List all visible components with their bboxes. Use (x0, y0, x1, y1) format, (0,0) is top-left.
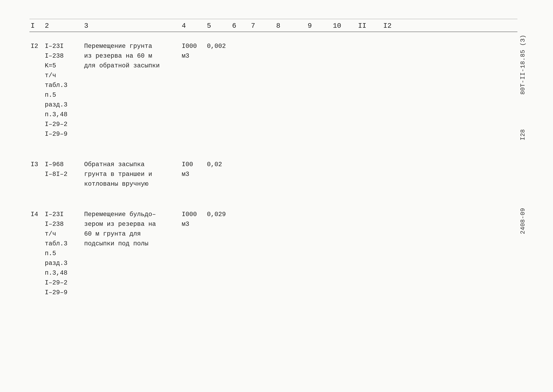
header-col-2: 2 (44, 22, 83, 30)
header-col-6: 6 (231, 22, 250, 30)
header-col-1: I (29, 22, 44, 30)
cell-row2-col0: I4 (29, 210, 44, 219)
cell-row1-col0: I3 (29, 160, 44, 169)
header-col-11: II (357, 22, 382, 30)
cell-row1-col2: Обратная засыпка грунта в траншеи и котл… (83, 160, 180, 189)
header-col-8: 8 (275, 22, 306, 30)
header-col-9: 9 (306, 22, 332, 30)
header-col-10: 10 (332, 22, 357, 30)
table-header: I 2 3 4 5 6 7 8 9 10 II I2 (29, 19, 518, 32)
table-row: I4I–23I I–238 т/ч табл.3 п.5 разд.3 п.3,… (29, 205, 518, 302)
page: I 2 3 4 5 6 7 8 9 10 II I2 I2I–23I I–238… (0, 0, 553, 392)
cell-row0-col3: I000 м3 (180, 42, 206, 61)
cell-row0-col4: 0,002 (206, 42, 231, 51)
side-label-top: 80Т-II-18.85 (З) (519, 35, 526, 95)
table-row: I2I–23I I–238 K=5 т/ч табл.3 п.5 разд.3 … (29, 37, 518, 144)
header-col-7: 7 (250, 22, 275, 30)
header-col-12: I2 (382, 22, 407, 30)
cell-row2-col2: Перемещение бульдо– зером из резерва на … (83, 210, 180, 249)
header-col-3: 3 (83, 22, 180, 30)
cell-row0-col1: I–23I I–238 K=5 т/ч табл.3 п.5 разд.3 п.… (44, 42, 83, 139)
cell-row1-col4: 0,02 (206, 160, 231, 169)
side-label-mid: I28 (519, 129, 526, 140)
cell-row2-col1: I–23I I–238 т/ч табл.3 п.5 разд.3 п.3,48… (44, 210, 83, 298)
side-label-bot: 2408-09 (519, 208, 526, 234)
cell-row2-col4: 0,029 (206, 210, 231, 219)
cell-row2-col3: I000 м3 (180, 210, 206, 229)
table-row: I3I–968 I–8I–2Обратная засыпка грунта в … (29, 155, 518, 194)
cell-row1-col3: I00 м3 (180, 160, 206, 179)
cell-row0-col2: Перемещение грунта из резерва на 60 м дл… (83, 42, 180, 71)
cell-row0-col0: I2 (29, 42, 44, 51)
table-body: I2I–23I I–238 K=5 т/ч табл.3 п.5 разд.3 … (29, 32, 518, 309)
cell-row1-col1: I–968 I–8I–2 (44, 160, 83, 179)
header-col-4: 4 (180, 22, 206, 30)
main-table: I 2 3 4 5 6 7 8 9 10 II I2 I2I–23I I–238… (29, 19, 518, 309)
header-col-5: 5 (206, 22, 231, 30)
